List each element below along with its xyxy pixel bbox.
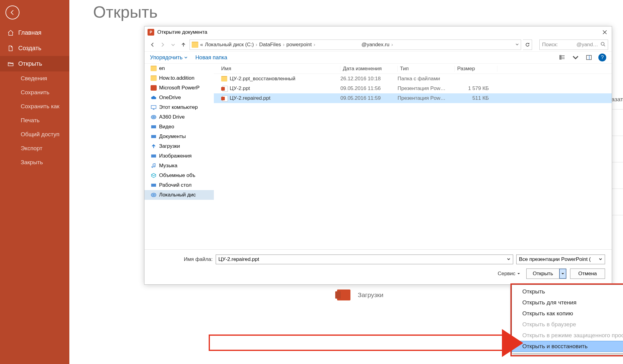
- open-split-button[interactable]: Открыть: [526, 269, 566, 279]
- nav-forward-button[interactable]: [158, 40, 167, 49]
- svg-point-0: [601, 42, 604, 45]
- col-name[interactable]: Имя: [214, 66, 340, 72]
- page-title: Открыть: [93, 2, 158, 21]
- tree-item[interactable]: Microsoft PowerP: [144, 83, 214, 93]
- dialog-footer: Имя файла: ЦУ-2.repaired.ppt Все презент…: [144, 249, 612, 284]
- back-button[interactable]: [5, 5, 19, 19]
- menu-item[interactable]: Открыть: [512, 286, 623, 297]
- tree-item[interactable]: Рабочий стол: [144, 180, 214, 190]
- ppt-icon: [221, 86, 227, 91]
- tree-item[interactable]: How.to.addition: [144, 73, 214, 83]
- sidebar-sub-info[interactable]: Сведения: [0, 71, 69, 85]
- file-name: ЦУ-2.ppt_восстановленный: [230, 76, 295, 82]
- dialog-close-button[interactable]: [601, 28, 609, 36]
- col-date[interactable]: Дата изменения: [340, 66, 398, 72]
- folder-icon: [151, 75, 157, 81]
- tree-item[interactable]: Загрузки: [144, 141, 214, 151]
- tree-item[interactable]: Документы: [144, 132, 214, 141]
- chevron-down-icon[interactable]: [507, 256, 510, 262]
- svg-rect-5: [151, 106, 156, 109]
- nav-up-button[interactable]: [179, 40, 188, 49]
- breadcrumb-seg[interactable]: powerpoint: [287, 42, 312, 48]
- file-type-filter[interactable]: Все презентации PowerPoint (: [516, 255, 605, 264]
- nav-history-button[interactable]: [169, 40, 177, 49]
- organize-button[interactable]: Упорядочить: [150, 54, 187, 61]
- search-icon: [600, 42, 605, 48]
- breadcrumb-seg[interactable]: Локальный диск (C:): [205, 42, 254, 48]
- tree-item-label: Музыка: [159, 163, 177, 169]
- service-menu[interactable]: Сервис: [498, 271, 520, 277]
- sidebar-sub-save[interactable]: Сохранить: [0, 85, 69, 99]
- sidebar-sub-print[interactable]: Печать: [0, 113, 69, 127]
- tree-item[interactable]: en: [144, 64, 214, 73]
- svg-rect-8: [151, 125, 156, 128]
- tree-item[interactable]: A360 Drive: [144, 112, 214, 122]
- preview-pane-button[interactable]: [585, 54, 593, 61]
- folder-tree[interactable]: enHow.to.additionMicrosoft PowerPOneDriv…: [144, 64, 214, 249]
- tree-item-label: Microsoft PowerP: [159, 85, 200, 91]
- file-size: 511 КБ: [455, 95, 497, 101]
- view-mode-button[interactable]: [558, 54, 566, 61]
- search-prefix: Поиск:: [542, 42, 558, 48]
- backstage-sidebar: Главная Создать Открыть Сведения Сохрани…: [0, 0, 69, 364]
- tree-item[interactable]: Локальный дис: [144, 190, 214, 200]
- sidebar-sub-export[interactable]: Экспорт: [0, 141, 69, 155]
- sidebar-open[interactable]: Открыть: [0, 56, 69, 71]
- tree-item[interactable]: OneDrive: [144, 93, 214, 102]
- filename-input[interactable]: ЦУ-2.repaired.ppt: [216, 255, 513, 264]
- tree-item[interactable]: Видео: [144, 122, 214, 132]
- svg-rect-10: [151, 154, 156, 158]
- drive-icon: [151, 144, 157, 149]
- sidebar-sub-saveas[interactable]: Сохранить как: [0, 99, 69, 113]
- tree-item[interactable]: Этот компьютер: [144, 102, 214, 112]
- nav-back-button[interactable]: [148, 40, 157, 49]
- breadcrumb-seg[interactable]: «: [200, 42, 203, 48]
- sidebar-create[interactable]: Создать: [0, 40, 69, 56]
- menu-item[interactable]: Открыть для чтения: [512, 297, 623, 308]
- col-type[interactable]: Тип: [398, 66, 455, 72]
- chevron-right-icon: ›: [314, 42, 315, 48]
- annotation-arrow: [209, 335, 504, 351]
- new-folder-button[interactable]: Новая папка: [195, 54, 227, 61]
- menu-item: Открыть в браузере: [512, 319, 623, 330]
- menu-item[interactable]: Открыть как копию: [512, 308, 623, 319]
- sidebar-home[interactable]: Главная: [0, 25, 69, 40]
- open-dropdown-button[interactable]: [559, 269, 566, 279]
- file-row[interactable]: ЦУ-2.ppt09.05.2016 11:56Презентация Pow……: [214, 84, 612, 93]
- svg-rect-11: [151, 184, 156, 187]
- sidebar-sub-close[interactable]: Закрыть: [0, 155, 69, 169]
- disk-icon: [151, 114, 157, 120]
- ppt-icon: [221, 95, 227, 101]
- hd-icon: [151, 182, 157, 188]
- file-date: 26.12.2016 10:18: [340, 76, 398, 82]
- tree-item[interactable]: Музыка: [144, 161, 214, 171]
- file-date: 09.05.2016 11:56: [340, 85, 398, 92]
- tree-item[interactable]: Объемные объ: [144, 171, 214, 180]
- tree-item-label: en: [159, 65, 165, 71]
- folder-icon: [192, 42, 198, 48]
- cancel-button[interactable]: Отмена: [570, 269, 605, 279]
- file-row[interactable]: ЦУ-2.ppt_восстановленный26.12.2016 10:18…: [214, 74, 612, 84]
- col-size[interactable]: Размер: [455, 66, 497, 72]
- svg-rect-9: [151, 135, 156, 138]
- music-icon: [151, 163, 157, 168]
- file-rows: ЦУ-2.ppt_восстановленный26.12.2016 10:18…: [214, 74, 612, 249]
- hd-icon: [151, 134, 157, 139]
- search-input[interactable]: Поиск: @yand…: [539, 40, 608, 50]
- breadcrumb-bar[interactable]: « Локальный диск (C:) › DataFiles › powe…: [190, 40, 521, 50]
- help-button[interactable]: ?: [598, 54, 606, 61]
- tree-item[interactable]: Изображения: [144, 151, 214, 161]
- breadcrumb-seg[interactable]: DataFiles: [259, 42, 281, 48]
- breadcrumb-seg[interactable]: @yandex.ru: [361, 42, 389, 48]
- sidebar-sub-share[interactable]: Общий доступ: [0, 127, 69, 141]
- svg-rect-3: [560, 58, 561, 59]
- view-dropdown[interactable]: [572, 54, 579, 61]
- pc-icon: [151, 105, 157, 110]
- breadcrumb-dropdown[interactable]: [515, 42, 519, 48]
- sidebar-open-label: Открыть: [18, 60, 42, 67]
- menu-item[interactable]: Открыть и восстановить: [512, 341, 623, 352]
- open-options-menu: ОткрытьОткрыть для чтенияОткрыть как коп…: [512, 285, 623, 353]
- bg-downloads-item[interactable]: Загрузки: [337, 289, 384, 300]
- refresh-button[interactable]: [523, 40, 532, 50]
- file-row[interactable]: ЦУ-2.repaired.ppt09.05.2016 11:59Презент…: [214, 93, 612, 103]
